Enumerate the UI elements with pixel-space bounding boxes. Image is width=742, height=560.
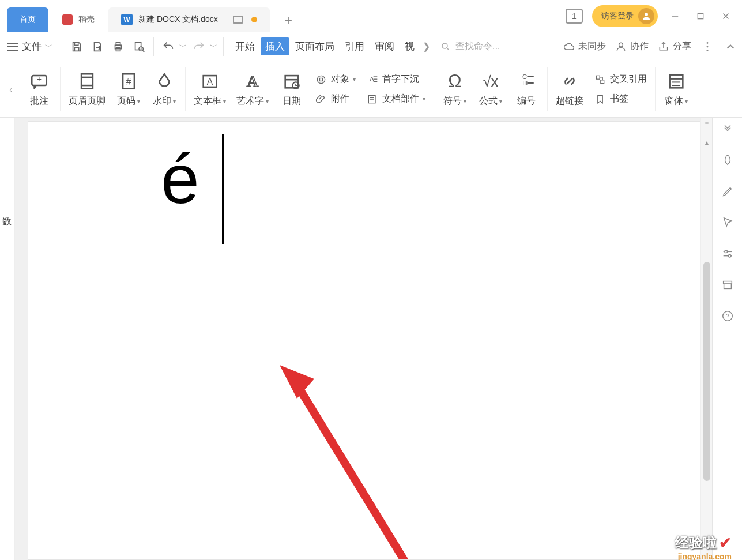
textbox-button[interactable]: A 文本框▾	[190, 69, 229, 110]
menu-left-group: 文件 ﹀ ﹀ ﹀ 开始	[5, 37, 521, 57]
tab-document[interactable]: W 新建 DOCX 文档.docx	[108, 7, 270, 32]
sliders-icon[interactable]	[720, 246, 736, 262]
collapse-ribbon-button[interactable]	[724, 37, 737, 57]
svg-rect-36	[368, 95, 375, 103]
print-preview-button[interactable]	[129, 37, 149, 57]
ribbon-scroll-left[interactable]: ‹	[3, 61, 18, 117]
close-button[interactable]	[718, 8, 734, 24]
svg-text:Ω: Ω	[448, 72, 461, 91]
document-content: é	[161, 139, 199, 219]
collaboration-button[interactable]: 协作	[615, 40, 649, 52]
more-menu-button[interactable]	[700, 37, 714, 57]
form-window-label: 窗体	[665, 95, 683, 107]
object-button[interactable]: 对象▾	[312, 72, 358, 87]
ribbon-tab-review[interactable]: 审阅	[370, 37, 399, 55]
hamburger-icon[interactable]	[5, 39, 21, 55]
dropcap-button[interactable]: A 首字下沉	[364, 72, 428, 87]
textbox-icon: A	[199, 71, 220, 92]
calendar-icon	[281, 71, 302, 92]
pencil-icon[interactable]	[720, 183, 736, 200]
ribbon-tab-more[interactable]: ❯	[420, 40, 432, 53]
link-icon	[559, 71, 580, 92]
ribbon-tab-reference[interactable]: 引用	[340, 37, 369, 55]
divider	[62, 37, 62, 56]
watermark-button[interactable]: 水印▾	[148, 69, 180, 110]
text-cursor	[222, 134, 224, 244]
document-page[interactable]: é	[28, 121, 700, 560]
guest-login-button[interactable]: 访客登录	[592, 5, 658, 27]
ribbon-tab-insert[interactable]: 插入	[261, 37, 289, 55]
doke-icon	[62, 14, 73, 25]
search-placeholder: 查找命令...	[455, 40, 500, 52]
page-number-button[interactable]: # 页码▾	[112, 69, 145, 110]
watermark-icon	[154, 71, 175, 92]
divider	[223, 37, 224, 56]
rocket-icon[interactable]	[720, 152, 736, 168]
svg-point-11	[442, 43, 447, 48]
wordart-button[interactable]: A 艺术字▾	[233, 69, 272, 110]
svg-text:+: +	[37, 74, 42, 84]
cursor-select-icon[interactable]	[720, 215, 736, 231]
ribbon-tabs: 开始 插入 页面布局 引用 审阅 视 ❯	[231, 37, 432, 55]
header-footer-button[interactable]: 页眉页脚	[65, 69, 109, 110]
svg-line-10	[142, 50, 144, 52]
date-button[interactable]: 日期	[276, 69, 308, 110]
left-panel-label: 数	[2, 216, 12, 228]
sync-status[interactable]: 未同步	[563, 40, 606, 52]
ribbon-tab-start[interactable]: 开始	[231, 37, 259, 55]
tab-doke[interactable]: 稻壳	[50, 7, 107, 32]
chevron-down-icon: ﹀	[45, 42, 52, 52]
file-menu[interactable]: 文件 ﹀	[22, 40, 52, 53]
svg-point-56	[728, 254, 731, 257]
scroll-thumb[interactable]	[703, 262, 710, 481]
attachment-button[interactable]: 附件	[312, 92, 358, 107]
symbol-button[interactable]: Ω 符号▾	[439, 69, 471, 110]
svg-rect-2	[698, 13, 703, 18]
sync-label: 未同步	[578, 40, 606, 52]
hyperlink-button[interactable]: 超链接	[552, 69, 587, 110]
equation-button[interactable]: √x 公式▾	[474, 69, 507, 110]
undo-button[interactable]	[159, 37, 178, 57]
window-count-badge[interactable]: 1	[566, 9, 583, 24]
titlebar-right: 1 访客登录	[566, 5, 742, 27]
scroll-split-handle[interactable]: ≡	[703, 120, 710, 131]
export-button[interactable]	[88, 37, 107, 57]
crossref-label: 交叉引用	[610, 73, 647, 85]
share-button[interactable]: 分享	[658, 40, 691, 52]
sidebar-toggle-icon[interactable]	[720, 121, 736, 137]
ribbon-tab-layout[interactable]: 页面布局	[291, 37, 339, 55]
svg-point-30	[317, 76, 325, 83]
vertical-scrollbar[interactable]: ≡ ▲	[700, 118, 712, 560]
redo-button[interactable]	[189, 37, 209, 57]
left-panel-edge[interactable]: 数	[0, 118, 15, 560]
comment-button[interactable]: + 批注	[23, 69, 55, 110]
scroll-up-button[interactable]: ▲	[702, 138, 711, 148]
bookmark-button[interactable]: 书签	[592, 92, 649, 107]
command-search[interactable]: 查找命令...	[440, 40, 521, 52]
omega-icon: Ω	[445, 71, 465, 92]
maximize-button[interactable]	[692, 8, 709, 24]
ribbon-tab-view[interactable]: 视	[400, 37, 419, 55]
print-button[interactable]	[108, 37, 128, 57]
crossref-button[interactable]: 交叉引用	[592, 72, 649, 87]
redo-dropdown[interactable]: ﹀	[209, 42, 219, 52]
divider	[153, 37, 154, 56]
avatar-icon	[638, 8, 654, 24]
tab-home[interactable]: 首页	[7, 7, 48, 32]
save-button[interactable]	[67, 37, 86, 57]
presentation-mode-icon[interactable]	[233, 16, 243, 24]
tab-document-label: 新建 DOCX 文档.docx	[138, 14, 218, 25]
share-icon	[658, 41, 669, 52]
word-doc-icon: W	[121, 14, 133, 25]
help-icon[interactable]: ?	[720, 308, 736, 324]
form-window-button[interactable]: 窗体▾	[660, 69, 692, 110]
undo-dropdown[interactable]: ﹀	[178, 42, 188, 52]
minimize-button[interactable]	[667, 8, 683, 24]
numbering-button[interactable]: CIII 编号	[510, 69, 543, 110]
new-tab-button[interactable]: +	[277, 9, 300, 32]
docparts-button[interactable]: 文档部件▾	[364, 92, 428, 107]
archive-icon[interactable]	[720, 277, 736, 293]
svg-rect-31	[320, 78, 323, 81]
svg-marker-52	[280, 365, 314, 399]
tab-strip: 首页 稻壳 W 新建 DOCX 文档.docx +	[0, 0, 566, 32]
